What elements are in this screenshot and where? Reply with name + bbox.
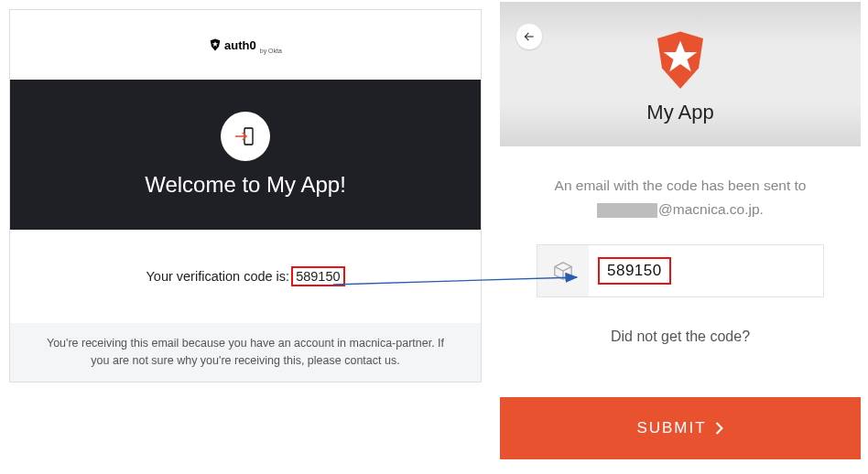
chevron-right-icon (714, 422, 724, 435)
arrow-left-icon (523, 30, 536, 43)
code-prefix: Your verification code is: (146, 269, 289, 284)
brand-byline: by Okta (260, 48, 282, 54)
masked-email-user (597, 203, 657, 218)
submit-label: SUBMIT (636, 419, 706, 437)
email-hero: Welcome to My App! (10, 80, 481, 230)
auth0-logo: auth0 by Okta (209, 38, 282, 52)
auth0-shield-icon (653, 31, 708, 95)
app-title: My App (646, 101, 713, 124)
email-domain: @macnica.co.jp. (658, 201, 764, 217)
login-icon (221, 112, 270, 161)
entered-code: 589150 (598, 257, 671, 285)
dialog-header: My App (500, 2, 861, 146)
code-entry-dialog: My App An email with the code has been s… (500, 2, 861, 459)
cube-icon (553, 261, 573, 281)
sent-message: An email with the code has been sent to … (518, 174, 842, 222)
email-brand-header: auth0 by Okta (10, 10, 481, 80)
dialog-body: An email with the code has been sent to … (500, 146, 861, 345)
submit-button[interactable]: SUBMIT (500, 397, 861, 459)
email-body: Your verification code is: 589150 (10, 230, 481, 323)
verification-code: 589150 (291, 266, 344, 286)
sent-line: An email with the code has been sent to (555, 178, 807, 193)
code-input[interactable]: 589150 (537, 244, 824, 297)
resend-link[interactable]: Did not get the code? (518, 329, 842, 345)
email-footer-text: You're receiving this email because you … (10, 323, 481, 382)
auth0-shield-icon (209, 38, 222, 51)
code-value-slot: 589150 (589, 257, 823, 285)
code-input-icon-slot (537, 245, 589, 296)
email-hero-title: Welcome to My App! (145, 172, 346, 198)
brand-text: auth0 (224, 38, 256, 52)
verification-email: auth0 by Okta Welcome to My App! Your ve… (9, 9, 482, 382)
back-button[interactable] (516, 24, 542, 49)
